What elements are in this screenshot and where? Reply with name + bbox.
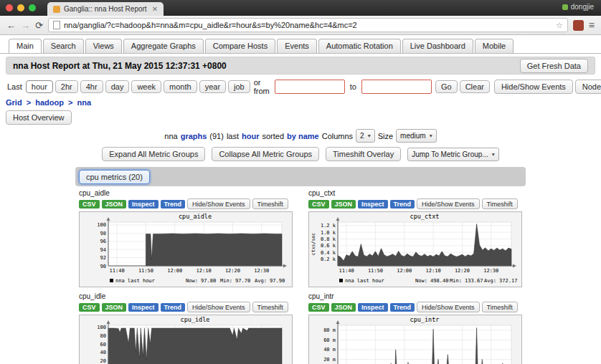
json-button[interactable]: JSON bbox=[102, 303, 127, 312]
tab-search[interactable]: Search bbox=[43, 39, 84, 53]
trend-button[interactable]: Trend bbox=[161, 303, 186, 312]
reload-button[interactable]: ⟳ bbox=[35, 21, 43, 30]
svg-text:ctxs/sec: ctxs/sec bbox=[311, 233, 316, 255]
breadcrumb-separator: > bbox=[68, 98, 72, 107]
browser-tab[interactable]: Ganglia:: nna Host Report ✕ bbox=[47, 2, 164, 16]
to-date-input[interactable] bbox=[361, 80, 432, 94]
csv-button[interactable]: CSV bbox=[308, 200, 329, 209]
range-month-button[interactable]: month bbox=[164, 80, 197, 93]
graphs-grid: cpu_aidle CSV JSON Inspect Trend Hide/Sh… bbox=[79, 189, 522, 364]
time-controls: Last hour 2hr 4hr day week month year jo… bbox=[0, 77, 601, 97]
extension-icon[interactable] bbox=[573, 20, 584, 31]
node-view-button[interactable]: Node View bbox=[575, 80, 601, 94]
range-hour-button[interactable]: hour bbox=[26, 80, 53, 93]
range-week-button[interactable]: week bbox=[131, 80, 161, 93]
breadcrumb-host[interactable]: nna bbox=[77, 98, 91, 107]
tab-main[interactable]: Main bbox=[9, 39, 42, 53]
metric-graph-cpu-ctxt[interactable]: 11:4011:5012:0012:1012:2012:300.2 k0.4 k… bbox=[308, 211, 522, 287]
graph-timeshift-button[interactable]: Timeshift bbox=[482, 198, 518, 209]
host-overview-row: Host Overview bbox=[0, 108, 601, 127]
range-day-button[interactable]: day bbox=[105, 80, 130, 93]
breadcrumb-grid[interactable]: Grid bbox=[6, 98, 22, 107]
svg-text:12:00: 12:00 bbox=[167, 268, 182, 274]
window-controls bbox=[6, 0, 36, 16]
columns-value: 2 bbox=[360, 132, 364, 140]
inspect-button[interactable]: Inspect bbox=[128, 303, 158, 312]
graph-timeshift-button[interactable]: Timeshift bbox=[252, 302, 288, 312]
svg-text:20 m: 20 m bbox=[323, 357, 336, 363]
hide-show-events-button[interactable]: Hide/Show Events bbox=[494, 80, 573, 94]
inspect-button[interactable]: Inspect bbox=[358, 303, 388, 312]
tab-views[interactable]: Views bbox=[85, 39, 122, 53]
expand-all-button[interactable]: Expand All Metric Groups bbox=[102, 147, 205, 161]
range-2hr-button[interactable]: 2hr bbox=[55, 80, 78, 93]
csv-button[interactable]: CSV bbox=[79, 200, 100, 209]
tab-compare-hosts[interactable]: Compare Hosts bbox=[205, 39, 275, 53]
inspect-button[interactable]: Inspect bbox=[128, 200, 158, 209]
metric-graph-cpu-aidle[interactable]: 11:4011:5012:0012:1012:2012:309092949698… bbox=[79, 211, 293, 287]
breadcrumb: Grid > hadoop > nna bbox=[0, 97, 601, 108]
graph-tile-cpu-aidle: cpu_aidle CSV JSON Inspect Trend Hide/Sh… bbox=[79, 189, 293, 287]
clear-button[interactable]: Clear bbox=[460, 80, 490, 93]
get-fresh-data-button[interactable]: Get Fresh Data bbox=[520, 59, 588, 73]
svg-text:nna last hour: nna last hour bbox=[115, 278, 155, 284]
svg-text:20: 20 bbox=[100, 358, 106, 364]
tab-title: Ganglia:: nna Host Report bbox=[64, 5, 147, 13]
sort-link[interactable]: by name bbox=[287, 132, 319, 140]
jump-to-metric-group-select[interactable]: Jump To Metric Group... ▾ bbox=[407, 148, 499, 161]
metric-graph-cpu-intr[interactable]: 11:4011:5012:0012:1012:2012:3020 m40 m60… bbox=[308, 315, 522, 364]
from-date-input[interactable] bbox=[275, 80, 345, 94]
timeshift-overlay-button[interactable]: Timeshift Overlay bbox=[326, 147, 401, 161]
collapse-all-button[interactable]: Collapse All Metric Groups bbox=[212, 147, 319, 161]
tab-events[interactable]: Events bbox=[277, 39, 317, 53]
forward-button[interactable]: → bbox=[21, 21, 30, 30]
csv-button[interactable]: CSV bbox=[79, 303, 100, 312]
range-year-button[interactable]: year bbox=[199, 80, 226, 93]
size-select[interactable]: medium ▾ bbox=[396, 129, 437, 143]
json-button[interactable]: JSON bbox=[331, 303, 356, 312]
range-job-button[interactable]: job bbox=[228, 80, 250, 93]
tab-close-icon[interactable]: ✕ bbox=[152, 5, 158, 13]
graphs-link[interactable]: graphs bbox=[181, 132, 207, 140]
menu-icon[interactable]: ≡ bbox=[589, 19, 595, 31]
columns-label: Columns bbox=[322, 132, 353, 140]
window-zoom-button[interactable] bbox=[29, 4, 36, 11]
trend-button[interactable]: Trend bbox=[390, 303, 415, 312]
trend-button[interactable]: Trend bbox=[161, 200, 186, 209]
window-minimize-button[interactable] bbox=[17, 4, 24, 11]
svg-text:0.6 k: 0.6 k bbox=[321, 243, 336, 249]
graph-hide-show-events-button[interactable]: Hide/Show Events bbox=[187, 302, 250, 312]
json-button[interactable]: JSON bbox=[331, 200, 356, 209]
svg-text:90: 90 bbox=[100, 264, 106, 269]
cpu-metrics-group-button[interactable]: cpu metrics (20) bbox=[79, 170, 150, 184]
range-4hr-button[interactable]: 4hr bbox=[80, 80, 103, 93]
graph-timeshift-button[interactable]: Timeshift bbox=[482, 302, 518, 312]
range-link[interactable]: hour bbox=[242, 132, 259, 140]
tab-automatic-rotation[interactable]: Automatic Rotation bbox=[318, 39, 401, 53]
metric-group-controls: Expand All Metric Groups Collapse All Me… bbox=[0, 145, 601, 163]
columns-select[interactable]: 2 ▾ bbox=[356, 129, 375, 143]
size-value: medium bbox=[400, 132, 426, 140]
browser-profile[interactable]: dongjie bbox=[562, 3, 594, 11]
tab-mobile[interactable]: Mobile bbox=[475, 39, 514, 53]
graph-hide-show-events-button[interactable]: Hide/Show Events bbox=[417, 198, 480, 209]
graph-timeshift-button[interactable]: Timeshift bbox=[252, 198, 288, 209]
tab-live-dashboard[interactable]: Live Dashboard bbox=[402, 39, 473, 53]
metric-graph-cpu-idle[interactable]: 11:4011:5012:0012:1012:2012:302040608010… bbox=[79, 315, 293, 364]
svg-text:80: 80 bbox=[100, 333, 106, 339]
bookmark-star-icon[interactable]: ☆ bbox=[556, 21, 563, 30]
csv-button[interactable]: CSV bbox=[308, 303, 329, 312]
svg-text:1.0 k: 1.0 k bbox=[321, 230, 336, 236]
graph-hide-show-events-button[interactable]: Hide/Show Events bbox=[417, 302, 480, 312]
graph-hide-show-events-button[interactable]: Hide/Show Events bbox=[187, 198, 250, 209]
breadcrumb-cluster[interactable]: hadoop bbox=[35, 98, 64, 107]
back-button[interactable]: ← bbox=[6, 21, 16, 30]
tab-aggregate-graphs[interactable]: Aggregate Graphs bbox=[123, 39, 204, 53]
inspect-button[interactable]: Inspect bbox=[358, 200, 388, 209]
address-bar[interactable]: nna/ganglia/?c=hadoop&h=nna&m=cpu_aidle&… bbox=[48, 18, 568, 32]
json-button[interactable]: JSON bbox=[102, 200, 127, 209]
go-button[interactable]: Go bbox=[435, 80, 458, 93]
host-overview-button[interactable]: Host Overview bbox=[6, 110, 72, 125]
window-close-button[interactable] bbox=[6, 4, 13, 11]
trend-button[interactable]: Trend bbox=[390, 200, 415, 209]
